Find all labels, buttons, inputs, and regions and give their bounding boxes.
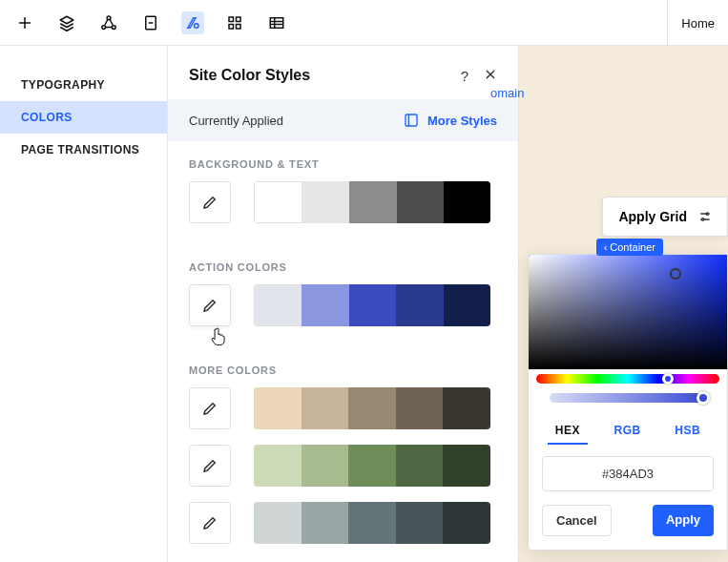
swatch[interactable] — [302, 502, 349, 544]
swatch[interactable] — [348, 445, 396, 487]
swatch[interactable] — [444, 284, 490, 326]
section-action-colors: ACTION COLORS — [168, 244, 518, 347]
section-title-bg-text: BACKGROUND & TEXT — [189, 158, 497, 170]
hue-slider[interactable] — [536, 374, 719, 384]
swatch[interactable] — [302, 284, 348, 326]
swatch[interactable] — [444, 181, 490, 223]
swatch[interactable] — [443, 445, 490, 487]
swatch[interactable] — [254, 387, 302, 429]
svg-point-2 — [112, 25, 115, 29]
apps-icon[interactable] — [223, 11, 246, 34]
swatch[interactable] — [443, 502, 490, 544]
svg-rect-6 — [237, 17, 241, 22]
svg-point-11 — [702, 219, 704, 220]
design-sidebar: TYPOGRAPHY COLORS PAGE TRANSITIONS — [0, 46, 168, 562]
section-bg-text: BACKGROUND & TEXT — [168, 141, 518, 244]
color-picker-popover: HEX RGB HSB Cancel Apply — [528, 254, 728, 551]
sidebar-item-colors[interactable]: COLORS — [0, 101, 167, 134]
hue-handle[interactable] — [662, 373, 674, 385]
section-more-colors: MORE COLORS — [168, 347, 518, 562]
palette-action[interactable] — [254, 284, 490, 326]
help-icon[interactable]: ? — [461, 68, 468, 84]
color-styles-panel: Site Color Styles ? Currently Applied Mo… — [168, 46, 519, 562]
saturation-box[interactable] — [529, 255, 727, 369]
plus-icon[interactable] — [13, 11, 36, 34]
swatch[interactable] — [348, 502, 396, 544]
tab-hex[interactable]: HEX — [548, 418, 588, 445]
swatch[interactable] — [254, 284, 302, 326]
chevron-left-icon: ‹ — [604, 241, 608, 253]
swatch[interactable] — [396, 284, 443, 326]
svg-point-4 — [195, 23, 199, 28]
tab-hsb[interactable]: HSB — [667, 418, 708, 445]
edit-bg-text-button[interactable] — [189, 181, 231, 223]
section-title-more: MORE COLORS — [189, 364, 497, 376]
svg-rect-5 — [229, 17, 234, 22]
swatch[interactable] — [396, 502, 444, 544]
layers-icon[interactable] — [55, 11, 78, 34]
palette-more-1[interactable] — [254, 387, 490, 429]
swatch[interactable] — [254, 181, 302, 223]
section-title-action: ACTION COLORS — [189, 261, 497, 273]
palette-more-2[interactable] — [254, 445, 490, 487]
edit-more-colors-3-button[interactable] — [189, 502, 231, 544]
palette-more-3[interactable] — [254, 502, 490, 544]
more-styles-link[interactable]: More Styles — [403, 113, 497, 128]
swatch[interactable] — [302, 445, 349, 487]
tab-rgb[interactable]: RGB — [607, 418, 649, 445]
cancel-button[interactable]: Cancel — [542, 505, 612, 536]
swatch[interactable] — [254, 445, 302, 487]
swatch[interactable] — [348, 387, 396, 429]
canvas: omain Apply Grid ‹ Container HEX RGB HSB — [519, 46, 728, 562]
swatch[interactable] — [349, 284, 396, 326]
swatch[interactable] — [302, 181, 349, 223]
swatch[interactable] — [396, 445, 444, 487]
swatch[interactable] — [302, 387, 349, 429]
svg-rect-8 — [237, 24, 241, 29]
apply-grid-button[interactable]: Apply Grid — [602, 197, 728, 237]
top-toolbar: Home — [0, 0, 728, 46]
palette-bg-text[interactable] — [254, 181, 490, 223]
color-mode-tabs: HEX RGB HSB — [538, 418, 718, 445]
svg-rect-7 — [229, 24, 234, 29]
opacity-handle[interactable] — [697, 391, 710, 405]
page-icon[interactable] — [139, 11, 162, 34]
svg-point-0 — [107, 15, 111, 19]
settings-adjust-icon — [698, 210, 712, 223]
styles-icon[interactable] — [181, 11, 204, 34]
tab-home[interactable]: Home — [667, 0, 728, 46]
edit-action-colors-button[interactable] — [189, 284, 231, 326]
svg-point-1 — [102, 25, 106, 29]
share-icon[interactable] — [97, 11, 120, 34]
svg-rect-9 — [270, 17, 283, 28]
domain-link[interactable]: omain — [490, 86, 524, 100]
hex-input[interactable] — [542, 456, 714, 491]
edit-more-colors-1-button[interactable] — [189, 387, 231, 429]
swatch[interactable] — [349, 181, 396, 223]
swatch[interactable] — [443, 387, 490, 429]
saturation-handle[interactable] — [670, 268, 681, 280]
swatch[interactable] — [396, 387, 444, 429]
opacity-slider[interactable] — [550, 393, 706, 403]
swatch[interactable] — [397, 181, 444, 223]
currently-applied-bar: Currently Applied More Styles — [168, 99, 518, 141]
svg-point-10 — [706, 213, 708, 215]
close-icon[interactable] — [484, 68, 497, 84]
currently-applied-label: Currently Applied — [189, 114, 283, 128]
table-icon[interactable] — [265, 11, 288, 34]
sidebar-item-page-transitions[interactable]: PAGE TRANSITIONS — [0, 134, 167, 166]
panel-title: Site Color Styles — [189, 67, 310, 84]
edit-more-colors-2-button[interactable] — [189, 445, 231, 487]
container-tag[interactable]: ‹ Container — [596, 239, 663, 256]
apply-button[interactable]: Apply — [653, 505, 714, 536]
sidebar-item-typography[interactable]: TYPOGRAPHY — [0, 69, 167, 101]
swatch[interactable] — [254, 502, 302, 544]
